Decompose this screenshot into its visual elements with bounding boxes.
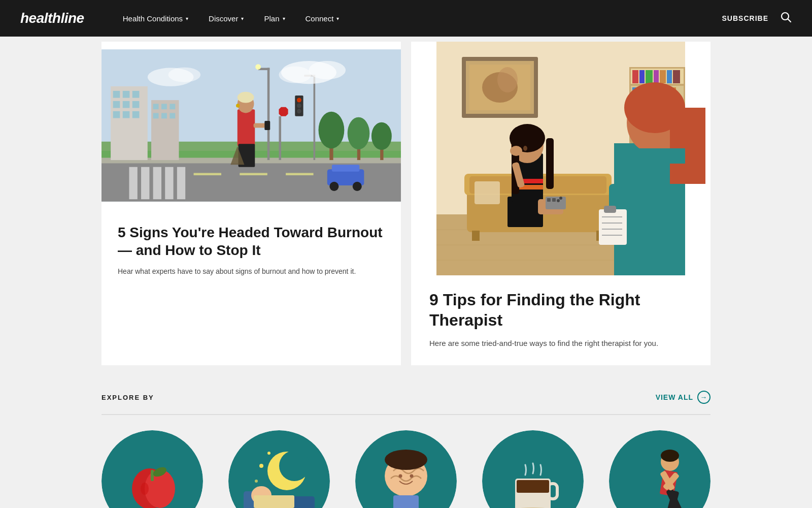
svg-rect-23 xyxy=(153,104,159,109)
svg-point-143 xyxy=(255,480,258,483)
svg-rect-130 xyxy=(670,108,705,184)
svg-rect-57 xyxy=(279,116,281,160)
svg-rect-28 xyxy=(170,113,175,118)
svg-point-118 xyxy=(557,199,560,202)
svg-rect-9 xyxy=(153,167,161,200)
view-all-arrow-icon: → xyxy=(697,391,710,404)
svg-rect-79 xyxy=(632,70,638,83)
chevron-down-icon: ▾ xyxy=(336,16,339,21)
nav-item-health-conditions[interactable]: Health Conditions ▾ xyxy=(115,10,196,27)
svg-point-140 xyxy=(279,451,310,481)
svg-rect-64 xyxy=(332,165,359,172)
svg-marker-58 xyxy=(279,107,288,116)
svg-rect-122 xyxy=(599,209,627,245)
svg-rect-157 xyxy=(517,480,549,493)
svg-rect-151 xyxy=(393,495,419,508)
svg-point-47 xyxy=(238,92,254,103)
svg-point-32 xyxy=(348,117,370,150)
svg-point-73 xyxy=(497,67,518,92)
svg-rect-24 xyxy=(161,104,167,109)
svg-point-54 xyxy=(279,67,311,83)
chevron-down-icon: ▾ xyxy=(186,16,188,21)
nav-right: SUBSCRIBE xyxy=(722,12,792,25)
healthy-eating-circle-image xyxy=(482,430,584,508)
svg-rect-49 xyxy=(264,121,270,130)
nav-item-connect[interactable]: Connect ▾ xyxy=(297,10,348,27)
svg-rect-38 xyxy=(314,75,316,160)
hero-grid: 5 Signs You're Headed Toward Burnout — a… xyxy=(51,37,761,365)
explore-header: EXPLORE BY VIEW ALL → xyxy=(101,391,710,415)
svg-rect-10 xyxy=(165,167,173,200)
svg-point-153 xyxy=(410,474,414,478)
svg-rect-100 xyxy=(472,231,480,241)
svg-point-66 xyxy=(353,182,362,191)
svg-point-34 xyxy=(371,122,392,150)
svg-rect-82 xyxy=(654,70,659,83)
main-content: 5 Signs You're Headed Toward Burnout — a… xyxy=(0,37,812,508)
hero-card-therapist[interactable]: 9 Tips for Finding the Right Therapist H… xyxy=(411,42,710,365)
svg-rect-17 xyxy=(123,101,130,108)
svg-rect-81 xyxy=(646,70,653,83)
view-all-label: VIEW ALL xyxy=(656,393,693,401)
svg-rect-147 xyxy=(254,495,294,508)
svg-point-37 xyxy=(255,64,261,70)
svg-rect-131 xyxy=(629,148,685,164)
fitness-circle-image xyxy=(609,430,710,508)
burnout-card-image xyxy=(101,42,401,209)
svg-rect-83 xyxy=(660,70,666,83)
explore-circles-row: Nutrition xyxy=(101,430,710,508)
svg-point-56 xyxy=(168,68,201,82)
explore-circle-mental-health[interactable]: Mental Health xyxy=(355,430,457,508)
svg-point-141 xyxy=(259,464,263,468)
svg-point-61 xyxy=(297,103,301,108)
nav-links: Health Conditions ▾ Discover ▾ Plan ▾ Co… xyxy=(115,10,722,27)
therapist-card-text: 9 Tips for Finding the Right Therapist H… xyxy=(411,275,710,365)
nav-item-discover[interactable]: Discover ▾ xyxy=(200,10,252,27)
svg-point-65 xyxy=(329,182,339,191)
svg-point-150 xyxy=(385,450,427,470)
svg-point-50 xyxy=(236,104,240,107)
svg-rect-8 xyxy=(141,167,149,200)
explore-title: EXPLORE BY xyxy=(101,394,154,401)
svg-point-142 xyxy=(267,452,270,455)
sleep-circle-image xyxy=(228,430,330,508)
svg-rect-13 xyxy=(113,91,120,98)
svg-rect-80 xyxy=(639,70,645,83)
svg-point-159 xyxy=(609,430,710,508)
svg-rect-40 xyxy=(194,173,221,175)
svg-rect-44 xyxy=(238,109,255,146)
svg-rect-48 xyxy=(254,123,266,128)
explore-circle-sleep[interactable]: Sleep xyxy=(228,430,330,508)
svg-rect-21 xyxy=(132,111,140,118)
navbar: healthline Health Conditions ▾ Discover … xyxy=(0,0,812,37)
explore-circle-fitness[interactable]: Fitness xyxy=(609,430,710,508)
svg-point-112 xyxy=(510,146,522,156)
svg-line-1 xyxy=(788,19,791,22)
svg-point-60 xyxy=(297,98,301,103)
nav-item-plan[interactable]: Plan ▾ xyxy=(256,10,293,27)
svg-rect-11 xyxy=(177,167,185,200)
svg-rect-20 xyxy=(123,111,130,118)
svg-rect-26 xyxy=(153,113,159,118)
explore-circle-nutrition[interactable]: Nutrition xyxy=(101,430,203,508)
burnout-card-title: 5 Signs You're Headed Toward Burnout — a… xyxy=(118,224,385,259)
svg-point-166 xyxy=(661,450,679,462)
chevron-down-icon: ▾ xyxy=(283,16,285,21)
search-icon[interactable] xyxy=(781,12,792,25)
view-all-link[interactable]: VIEW ALL → xyxy=(656,391,710,404)
mental-health-circle-image xyxy=(355,430,457,508)
nav-label-plan: Plan xyxy=(264,14,279,23)
site-logo[interactable]: healthline xyxy=(20,10,84,26)
hero-card-burnout[interactable]: 5 Signs You're Headed Toward Burnout — a… xyxy=(101,42,401,365)
burnout-card-text: 5 Signs You're Headed Toward Burnout — a… xyxy=(101,209,401,294)
svg-rect-35 xyxy=(267,68,270,161)
nav-label-health-conditions: Health Conditions xyxy=(123,14,183,23)
svg-rect-85 xyxy=(673,70,680,83)
svg-rect-102 xyxy=(475,181,500,204)
explore-circle-healthy-eating[interactable]: Healthy Eating xyxy=(482,430,584,508)
subscribe-button[interactable]: SUBSCRIBE xyxy=(722,14,768,22)
therapist-card-image xyxy=(411,42,710,275)
burnout-card-description: Hear what experts have to say about sign… xyxy=(118,266,385,277)
svg-rect-116 xyxy=(547,198,551,202)
chevron-down-icon: ▾ xyxy=(241,16,244,21)
